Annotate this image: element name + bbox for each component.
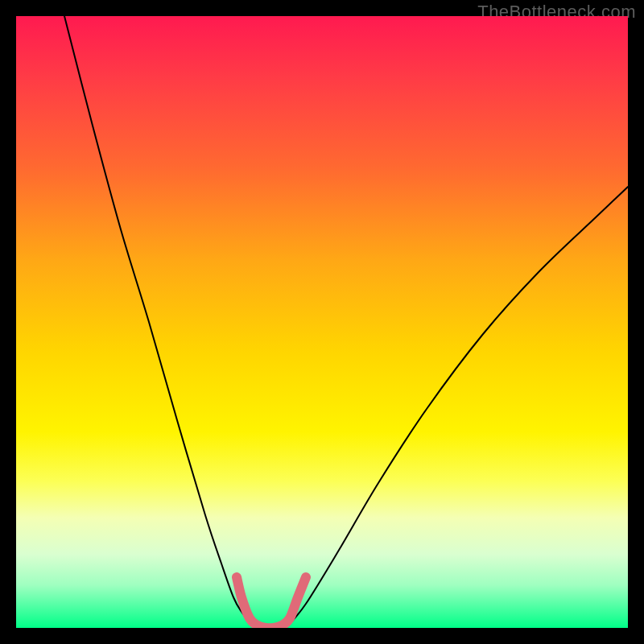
series-pink-floor <box>237 577 306 628</box>
series-black-curve-right <box>288 187 628 625</box>
series-black-curve-left <box>64 16 256 625</box>
plot-area <box>16 16 628 628</box>
curve-layer <box>16 16 628 628</box>
chart-frame: TheBottleneck.com <box>0 0 644 644</box>
